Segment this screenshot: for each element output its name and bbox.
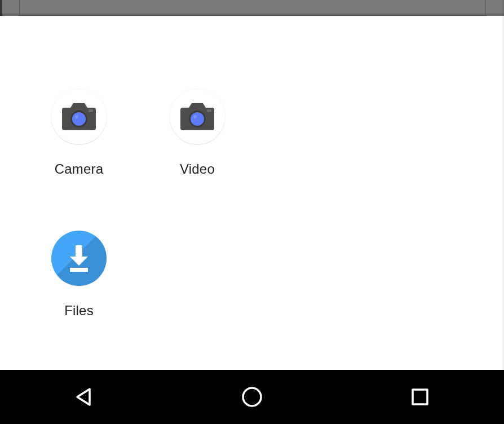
home-icon — [240, 385, 264, 409]
svg-point-6 — [191, 112, 204, 126]
chooser-option-label: Files — [64, 303, 94, 319]
svg-point-7 — [193, 115, 197, 118]
back-icon — [72, 385, 96, 409]
chooser-option-video[interactable]: Video — [152, 89, 242, 177]
svg-marker-9 — [70, 257, 88, 266]
svg-rect-10 — [70, 268, 88, 272]
svg-rect-4 — [207, 109, 211, 112]
recent-icon — [409, 386, 431, 408]
chooser-option-label: Camera — [55, 161, 104, 177]
chooser-option-camera[interactable]: Camera — [34, 89, 124, 177]
svg-point-12 — [243, 388, 261, 406]
svg-point-3 — [75, 115, 78, 118]
svg-marker-11 — [77, 389, 90, 405]
download-icon — [51, 231, 107, 286]
svg-rect-8 — [76, 245, 82, 258]
camera-icon — [51, 89, 107, 144]
chooser-option-files[interactable]: Files — [34, 231, 124, 319]
chooser-option-label: Video — [180, 161, 215, 177]
chooser-sheet: Camera Video — [0, 16, 504, 370]
chooser-grid: Camera Video — [34, 89, 504, 319]
nav-recent-button[interactable] — [375, 370, 465, 424]
svg-rect-0 — [89, 109, 93, 112]
nav-home-button[interactable] — [207, 370, 297, 424]
viewport: Camera Video — [0, 0, 504, 424]
nav-back-button[interactable] — [39, 370, 129, 424]
navigation-bar — [0, 370, 504, 424]
svg-rect-13 — [413, 390, 427, 404]
camera-icon — [170, 89, 225, 144]
dimmed-backdrop — [0, 0, 504, 16]
svg-point-2 — [72, 112, 86, 126]
